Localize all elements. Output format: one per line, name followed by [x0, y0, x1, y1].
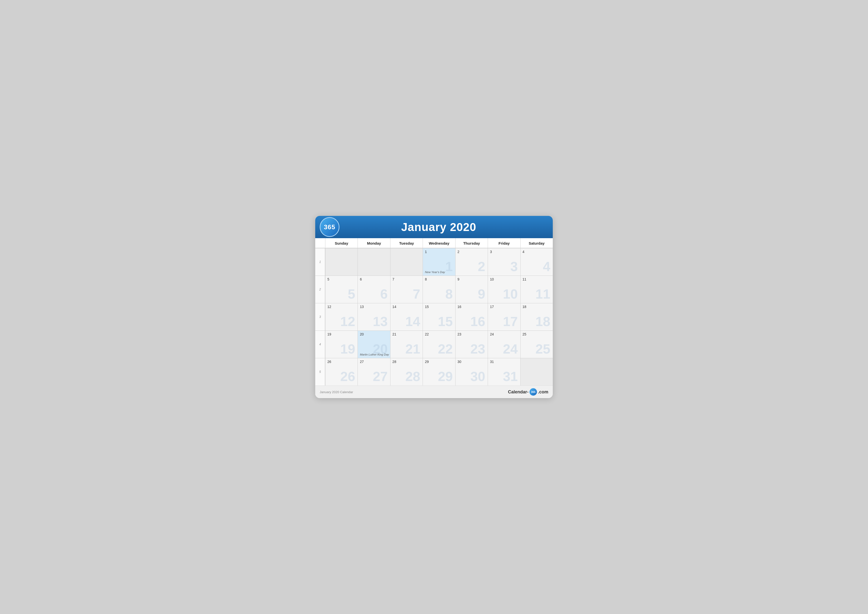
- day-number: 24: [490, 332, 518, 336]
- calendar-day-cell: 1616: [455, 303, 488, 331]
- week-number: 4: [315, 331, 325, 358]
- day-number: 2: [457, 250, 486, 254]
- day-number: 17: [490, 305, 518, 309]
- calendar-week-row: 111New Year's Day223344: [315, 248, 553, 275]
- day-watermark: 27: [373, 370, 388, 383]
- calendar-header: 365 January 2020: [315, 216, 553, 238]
- day-number: 22: [425, 332, 453, 336]
- day-watermark: 23: [470, 342, 485, 356]
- calendar-day-cell: 66: [358, 276, 390, 303]
- calendar-day-cell: 1010: [488, 276, 520, 303]
- day-header-tuesday: Tuesday: [390, 238, 423, 248]
- day-number: 31: [490, 360, 518, 364]
- calendar-day-cell: 1414: [390, 303, 423, 331]
- calendar-day-cell: 1818: [520, 303, 553, 331]
- day-number: 13: [360, 305, 388, 309]
- calendar-day-cell: 44: [520, 248, 553, 275]
- calendar-day-cell: 2525: [520, 331, 553, 358]
- day-header-saturday: Saturday: [520, 238, 553, 248]
- calendar-day-cell: 3030: [455, 358, 488, 385]
- day-header-thursday: Thursday: [455, 238, 488, 248]
- calendar-day-cell: [325, 248, 358, 275]
- day-number: 6: [360, 277, 388, 281]
- day-watermark: 30: [470, 370, 485, 383]
- day-watermark: 22: [438, 342, 453, 356]
- day-number: 3: [490, 250, 518, 254]
- calendar-day-cell: 1313: [358, 303, 390, 331]
- day-number: 26: [327, 360, 356, 364]
- day-watermark: 2: [478, 260, 485, 273]
- footer-left-text: January 2020 Calendar: [320, 390, 353, 394]
- week-number: 3: [315, 303, 325, 331]
- day-number: 14: [392, 305, 421, 309]
- day-watermark: 26: [340, 370, 355, 383]
- calendar-day-cell: 2323: [455, 331, 488, 358]
- day-watermark: 5: [348, 287, 355, 300]
- footer-brand-suffix: .com: [538, 389, 548, 395]
- calendar-day-cell: [358, 248, 390, 275]
- calendar-container: 365 January 2020 Sunday Monday Tuesday W…: [315, 216, 553, 398]
- day-watermark: 6: [380, 287, 388, 300]
- day-watermark: 14: [405, 315, 420, 328]
- day-watermark: 19: [340, 342, 355, 356]
- calendar-day-cell: 1111: [520, 276, 553, 303]
- day-watermark: 12: [340, 315, 355, 328]
- day-number: 30: [457, 360, 486, 364]
- calendar-day-cell: 22: [455, 248, 488, 275]
- calendar-day-cell: 77: [390, 276, 423, 303]
- calendar-title: January 2020: [339, 220, 538, 234]
- day-number: 12: [327, 305, 356, 309]
- day-number: 10: [490, 277, 518, 281]
- week-number: 2: [315, 276, 325, 303]
- calendar-day-cell: 1717: [488, 303, 520, 331]
- day-number: 18: [522, 305, 551, 309]
- day-header-friday: Friday: [488, 238, 520, 248]
- day-number: 16: [457, 305, 486, 309]
- day-watermark: 17: [503, 315, 518, 328]
- calendar-day-cell: 99: [455, 276, 488, 303]
- day-watermark: 4: [543, 260, 550, 273]
- calendar-day-cell: 2626: [325, 358, 358, 385]
- day-number: 8: [425, 277, 453, 281]
- calendar-day-cell: 2929: [423, 358, 455, 385]
- day-number: 29: [425, 360, 453, 364]
- holiday-label: Martin Luther King Day: [360, 353, 389, 356]
- calendar-day-cell: 55: [325, 276, 358, 303]
- day-header-monday: Monday: [358, 238, 390, 248]
- footer-365-badge: 365: [530, 388, 537, 396]
- day-number: 9: [457, 277, 486, 281]
- footer-365-text: 365: [531, 390, 535, 393]
- week-number: 1: [315, 248, 325, 275]
- day-watermark: 28: [405, 370, 420, 383]
- day-watermark: 8: [445, 287, 453, 300]
- week-number: 5: [315, 358, 325, 385]
- day-watermark: 15: [438, 315, 453, 328]
- day-watermark: 11: [535, 287, 550, 300]
- calendar-day-cell: 1212: [325, 303, 358, 331]
- calendar-week-row: 2556677889910101111: [315, 275, 553, 303]
- footer-brand-text: Calendar-: [508, 389, 529, 395]
- calendar-day-cell: 33: [488, 248, 520, 275]
- calendar-day-cell: 3131: [488, 358, 520, 385]
- day-number: 5: [327, 277, 356, 281]
- days-of-week-header: Sunday Monday Tuesday Wednesday Thursday…: [315, 238, 553, 248]
- calendar-day-cell: 2020Martin Luther King Day: [358, 331, 390, 358]
- day-number: 11: [522, 277, 551, 281]
- day-number: 20: [360, 332, 388, 336]
- day-number: 21: [392, 332, 421, 336]
- calendar-day-cell: 1919: [325, 331, 358, 358]
- day-watermark: 21: [405, 342, 420, 356]
- calendar-day-cell: 2121: [390, 331, 423, 358]
- day-number: 27: [360, 360, 388, 364]
- calendar-day-cell: 11New Year's Day: [423, 248, 455, 275]
- day-watermark: 10: [503, 287, 518, 300]
- calendar-day-cell: [390, 248, 423, 275]
- calendar-day-cell: 2828: [390, 358, 423, 385]
- calendar-week-row: 419192020Martin Luther King Day212122222…: [315, 331, 553, 358]
- day-number: 23: [457, 332, 486, 336]
- calendar-body: 111New Year's Day22334425566778899101011…: [315, 248, 553, 385]
- day-watermark: 29: [438, 370, 453, 383]
- calendar-day-cell: 1515: [423, 303, 455, 331]
- day-watermark: 24: [503, 342, 518, 356]
- day-number: 7: [392, 277, 421, 281]
